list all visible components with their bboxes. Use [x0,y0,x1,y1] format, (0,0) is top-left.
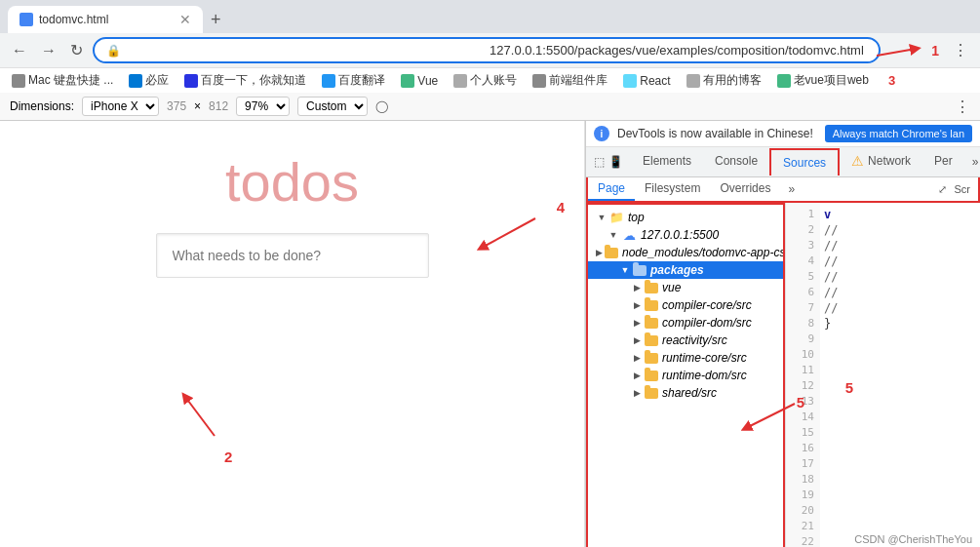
tree-item-packages[interactable]: ▼ packages [588,261,783,279]
tree-arrow-packages: ▼ [619,265,631,275]
reload-btn[interactable]: ↻ [66,37,87,63]
bookmark-icon-components [532,74,546,88]
tree-arrow-top: ▼ [596,213,608,222]
tree-arrow-runtime-dom: ▶ [631,371,643,380]
extensions-btn[interactable]: ⋮ [949,37,972,63]
tab-favicon [20,13,33,26]
sources-tab-overrides[interactable]: Overrides [710,177,780,201]
folder-icon-node-modules [605,248,618,258]
folder-icon-runtime-core [645,353,658,364]
line-num-21: 21 [786,519,820,534]
devtools-info-icon: i [594,126,609,141]
svg-line-0 [877,49,916,56]
bookmark-label-translate: 百度翻译 [338,72,385,89]
zoom-select[interactable]: 97% [236,97,290,116]
sources-tab-more[interactable]: » [780,178,803,200]
dim-sep-left: 375 [167,99,186,113]
tree-arrow-runtime-core: ▶ [631,353,643,363]
bookmark-baidu[interactable]: 百度一下，你就知道 [180,70,310,91]
bookmark-label-mac: Mac 键盘快捷 ... [28,72,113,89]
bookmark-icon-react [623,74,637,88]
bookmark-components[interactable]: 前端组件库 [529,70,611,91]
app-title: todos [225,150,359,214]
line-num-12: 12 [786,378,820,394]
tab-more-btn[interactable]: » [964,149,980,175]
bookmark-label-baidu: 百度一下，你就知道 [201,72,306,89]
folder-icon-runtime-dom [645,371,658,381]
tab-close-btn[interactable]: ✕ [179,12,191,27]
devtools-content: ▼ 📁 top ▼ ☁ 127.0.0.1:5500 ▶ [586,203,980,547]
bookmark-icon-bing [129,74,142,88]
tree-label-shared: shared/src [662,386,717,400]
source-line-22: // [824,269,976,285]
annotation-arrow-5 [736,394,814,443]
active-tab[interactable]: todomvc.html ✕ [8,6,203,33]
tree-label-reactivity: reactivity/src [662,333,727,347]
folder-icon-shared [645,388,658,399]
bookmark-label-account: 个人账号 [470,72,517,89]
tree-arrow-localhost: ▼ [608,230,619,240]
back-btn[interactable]: ← [8,38,31,63]
source-line-19: // [824,222,976,238]
bookmark-label-react: React [640,74,670,88]
source-line-20: // [824,238,976,254]
bookmark-account[interactable]: 个人账号 [450,70,521,91]
tree-item-vue[interactable]: ▶ vue [588,279,783,296]
line-num-17: 17 [786,456,820,472]
tab-elements[interactable]: Elements [631,148,703,176]
bookmark-icon-translate [322,74,335,88]
bookmark-translate[interactable]: 百度翻译 [318,70,389,91]
tree-item-localhost[interactable]: ▼ ☁ 127.0.0.1:5500 [588,226,783,244]
tree-item-top[interactable]: ▼ 📁 top [588,209,783,226]
sync-icon[interactable]: ⤢ [934,179,951,200]
line-num-3: 3 [786,238,820,254]
custom-select[interactable]: Custom [297,97,368,116]
devtools-inspect-btn[interactable]: ⬚ 📱 [586,155,631,169]
bookmarks-bar: Mac 键盘快捷 ... 必应 百度一下，你就知道 百度翻译 Vue 个人账号 … [0,67,980,93]
svg-line-1 [185,397,215,436]
tree-arrow-vue: ▶ [631,283,643,293]
bookmark-blog[interactable]: 有用的博客 [683,70,765,91]
tab-network[interactable]: ⚠ Network [840,147,922,176]
tree-item-runtime-core[interactable]: ▶ runtime-core/src [588,349,783,367]
tree-item-reactivity[interactable]: ▶ reactivity/src [588,332,783,349]
tree-item-node-modules[interactable]: ▶ node_modules/todomvc-app-css [588,244,783,261]
forward-btn[interactable]: → [37,38,60,63]
bookmark-old-vue[interactable]: 老vue项目web [773,70,873,91]
tab-performance[interactable]: Per [922,148,964,176]
devtools-match-btn[interactable]: Always match Chrome's lan [825,125,972,142]
sources-tab-filesystem[interactable]: Filesystem [635,177,710,201]
line-num-2: 2 [786,222,820,238]
bookmark-label-vue: Vue [417,74,438,88]
tab-console[interactable]: Console [703,148,769,176]
tab-bar: todomvc.html ✕ + [0,0,980,33]
bookmark-label-old-vue: 老vue项目web [794,72,869,89]
bookmark-icon-baidu [184,74,198,88]
bookmark-vue[interactable]: Vue [397,72,442,90]
tree-label-localhost: 127.0.0.1:5500 [641,228,719,242]
address-bar[interactable]: 🔒 127.0.0.1:5500/packages/vue/examples/c… [93,37,881,63]
annotation-2: 2 [224,449,232,465]
todo-input[interactable] [156,233,429,278]
tree-arrow-compiler-dom: ▶ [631,318,643,328]
tab-sources[interactable]: Sources [769,148,840,176]
tree-arrow-reactivity: ▶ [631,335,643,345]
annotation-arrow-1 [877,41,935,70]
devtools-more-btn[interactable]: ⋮ [955,98,970,116]
bookmark-mac[interactable]: Mac 键盘快捷 ... [8,70,117,91]
bookmark-react[interactable]: React [619,72,674,90]
new-tab-btn[interactable]: + [211,10,221,30]
line-num-22: 22 [786,534,820,547]
line-num-11: 11 [786,363,820,378]
warning-icon: ⚠ [851,153,864,169]
source-panel: 1 2 3 4 5 6 7 8 9 10 11 12 13 14 15 16 1 [785,203,980,547]
bookmark-label-components: 前端组件库 [549,72,608,89]
tree-item-runtime-dom[interactable]: ▶ runtime-dom/src [588,367,783,384]
tree-item-compiler-core[interactable]: ▶ compiler-core/src [588,296,783,314]
tree-item-compiler-dom[interactable]: ▶ compiler-dom/src [588,314,783,332]
tree-arrow-shared: ▶ [631,388,643,398]
bookmark-bing[interactable]: 必应 [125,70,173,91]
sources-tab-page[interactable]: Page [588,177,635,201]
line-num-9: 9 [786,332,820,347]
device-select[interactable]: iPhone X [82,97,159,116]
